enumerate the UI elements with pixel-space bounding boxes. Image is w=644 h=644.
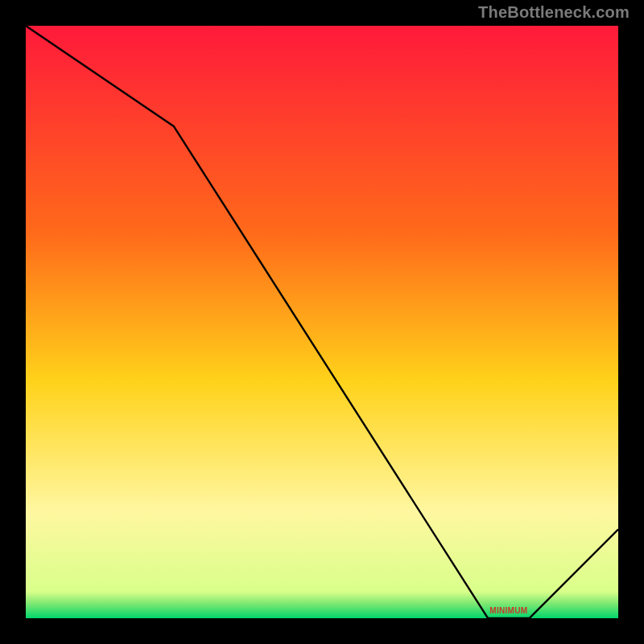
plot-frame: MINIMUM [23, 23, 621, 621]
minimum-label: MINIMUM [489, 606, 527, 615]
plot-area: MINIMUM [26, 26, 618, 618]
watermark-text: TheBottleneck.com [478, 3, 630, 22]
chart-container: TheBottleneck.com MINIMUM [0, 0, 644, 644]
line-chart-svg: MINIMUM [26, 26, 618, 618]
gradient-background [26, 26, 618, 618]
